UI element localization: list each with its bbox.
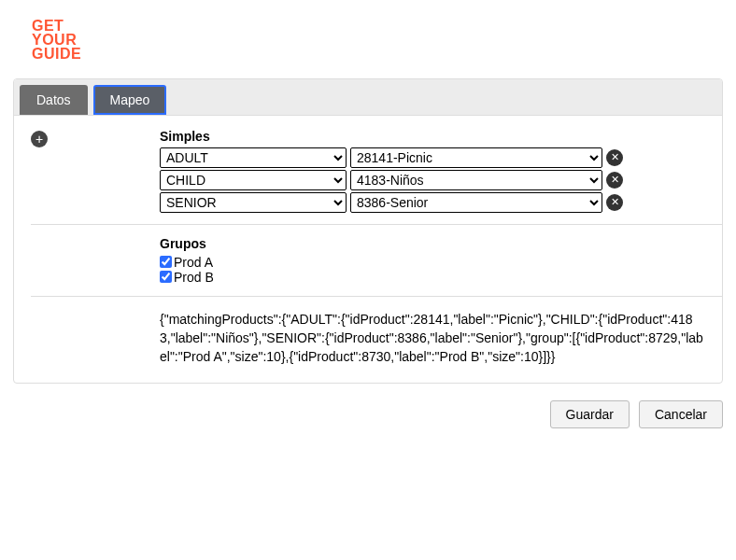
logo-line: GET bbox=[32, 19, 723, 33]
save-button[interactable]: Guardar bbox=[550, 400, 630, 428]
simple-row: CHILD 4183-Niños ✕ bbox=[160, 170, 705, 190]
remove-row-button[interactable]: ✕ bbox=[606, 172, 623, 189]
type-select[interactable]: CHILD bbox=[160, 170, 347, 190]
footer-actions: Guardar Cancelar bbox=[13, 400, 723, 428]
group-checkbox[interactable] bbox=[160, 256, 172, 268]
product-select[interactable]: 4183-Niños bbox=[350, 170, 602, 190]
cancel-button[interactable]: Cancelar bbox=[639, 400, 723, 428]
product-select[interactable]: 8386-Senior bbox=[350, 192, 602, 213]
tab-datos[interactable]: Datos bbox=[20, 85, 88, 115]
product-select[interactable]: 28141-Picnic bbox=[350, 147, 602, 168]
tab-mapeo[interactable]: Mapeo bbox=[93, 85, 167, 115]
group-row: Prod A bbox=[160, 255, 705, 270]
json-output: {"matchingProducts":{"ADULT":{"idProduct… bbox=[160, 310, 705, 367]
simple-row: SENIOR 8386-Senior ✕ bbox=[160, 192, 705, 213]
type-select[interactable]: ADULT bbox=[160, 147, 347, 168]
type-select[interactable]: SENIOR bbox=[160, 192, 347, 213]
close-icon: ✕ bbox=[611, 174, 619, 186]
brand-logo: GET YOUR GUIDE bbox=[32, 19, 723, 62]
divider bbox=[31, 224, 722, 225]
remove-row-button[interactable]: ✕ bbox=[606, 149, 623, 166]
config-panel: Datos Mapeo + Simples ADULT 28141-Picnic… bbox=[13, 78, 723, 385]
tab-bar: Datos Mapeo bbox=[14, 79, 722, 116]
remove-row-button[interactable]: ✕ bbox=[606, 194, 623, 211]
logo-line: GUIDE bbox=[32, 47, 723, 61]
close-icon: ✕ bbox=[611, 151, 619, 163]
add-row-button[interactable]: + bbox=[31, 131, 48, 147]
close-icon: ✕ bbox=[611, 196, 619, 208]
simples-heading: Simples bbox=[160, 129, 705, 144]
group-checkbox[interactable] bbox=[160, 271, 172, 283]
group-row: Prod B bbox=[160, 270, 705, 285]
logo-line: YOUR bbox=[32, 33, 723, 47]
group-label: Prod B bbox=[174, 270, 214, 285]
simple-row: ADULT 28141-Picnic ✕ bbox=[160, 147, 705, 168]
group-label: Prod A bbox=[174, 255, 213, 270]
content-column: Simples ADULT 28141-Picnic ✕ CHILD bbox=[160, 129, 705, 367]
panel-body: + Simples ADULT 28141-Picnic ✕ bbox=[14, 116, 722, 384]
plus-icon: + bbox=[35, 133, 43, 146]
divider bbox=[31, 296, 722, 297]
grupos-heading: Grupos bbox=[160, 236, 705, 251]
